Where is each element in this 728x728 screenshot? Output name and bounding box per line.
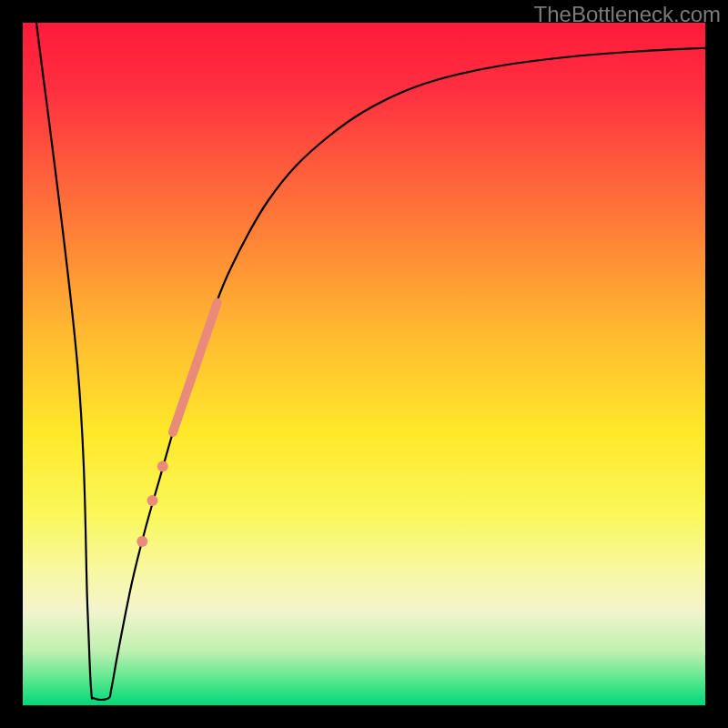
chart-svg: [23, 23, 705, 705]
gradient-background: [23, 23, 705, 705]
watermark-text: TheBottleneck.com: [534, 2, 721, 27]
highlight-dot: [136, 536, 147, 547]
chart-container: TheBottleneck.com: [0, 0, 728, 728]
highlight-dot: [147, 495, 158, 506]
highlight-dot: [157, 461, 168, 472]
plot-area: [23, 23, 705, 705]
